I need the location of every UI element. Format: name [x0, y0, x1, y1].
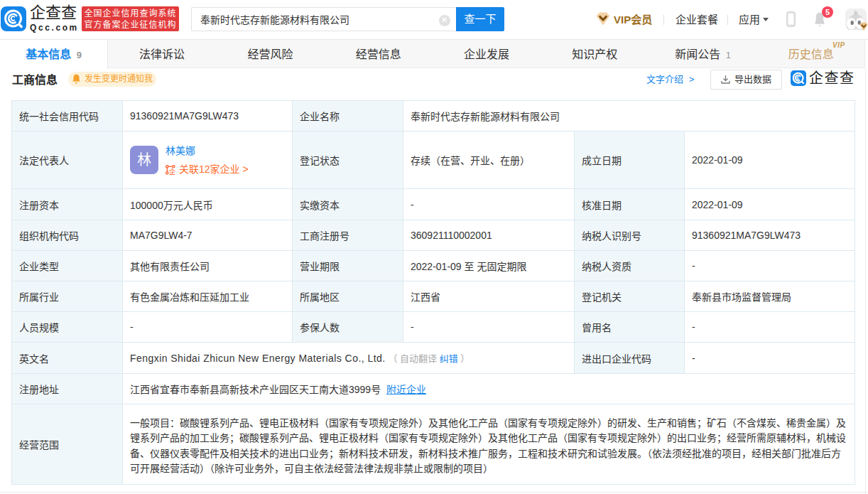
svg-text:企: 企: [169, 168, 175, 175]
